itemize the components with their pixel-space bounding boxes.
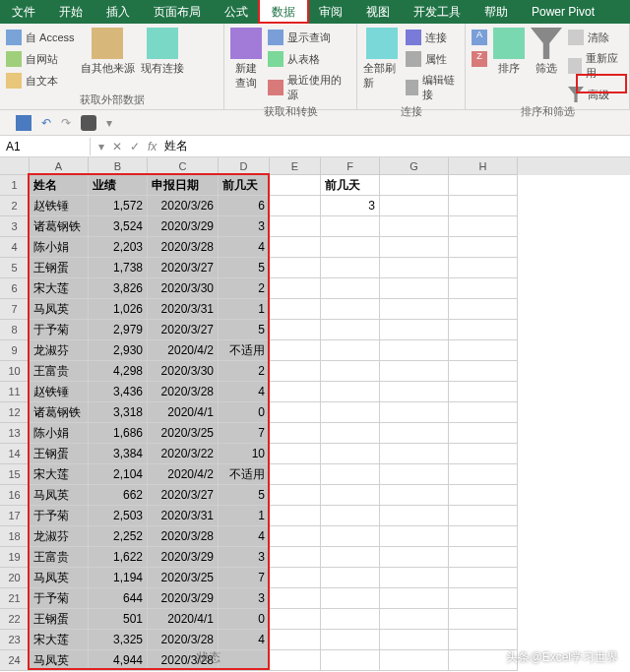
cell[interactable] — [449, 237, 518, 258]
cell[interactable] — [449, 196, 518, 216]
cell[interactable] — [321, 485, 380, 506]
refresh-all-button[interactable]: 全部刷新 — [363, 28, 400, 104]
cell[interactable] — [380, 320, 449, 340]
cell[interactable] — [321, 402, 380, 423]
cell[interactable] — [321, 547, 380, 568]
from-access-button[interactable]: 自 Access — [6, 28, 75, 47]
tab-9[interactable]: 帮助 — [472, 0, 520, 25]
col-head[interactable]: G — [380, 157, 449, 175]
cell[interactable] — [270, 382, 321, 402]
cell[interactable] — [321, 361, 380, 382]
advanced-button[interactable]: 高级 — [568, 85, 623, 104]
show-queries-button[interactable]: 显示查询 — [268, 28, 350, 47]
reapply-button[interactable]: 重新应用 — [568, 49, 623, 83]
cell[interactable] — [321, 320, 380, 340]
row-head[interactable]: 12 — [0, 402, 30, 423]
col-head[interactable]: H — [449, 157, 518, 175]
cell[interactable] — [380, 237, 449, 258]
cancel-icon[interactable]: ✕ — [112, 140, 122, 153]
tab-7[interactable]: 视图 — [354, 0, 402, 25]
row-head[interactable]: 16 — [0, 485, 30, 506]
cell[interactable] — [321, 568, 380, 588]
row-head[interactable]: 24 — [0, 650, 30, 671]
cell[interactable] — [270, 299, 321, 320]
cell[interactable] — [449, 361, 518, 382]
cell[interactable] — [380, 609, 449, 630]
tab-1[interactable]: 开始 — [47, 0, 94, 25]
cell[interactable] — [270, 650, 321, 671]
cell[interactable] — [321, 526, 380, 547]
cell[interactable] — [449, 547, 518, 568]
formula-input[interactable]: 姓名 — [164, 138, 188, 154]
cell[interactable] — [380, 340, 449, 361]
cell[interactable] — [270, 196, 321, 216]
new-query-button[interactable]: 新建 查询 — [230, 28, 262, 104]
row-head[interactable]: 15 — [0, 464, 30, 485]
col-head[interactable]: E — [270, 157, 321, 175]
cell[interactable] — [449, 568, 518, 588]
cell[interactable] — [380, 402, 449, 423]
cell[interactable] — [270, 609, 321, 630]
cell[interactable] — [321, 340, 380, 361]
from-other-button[interactable]: 自其他来源 — [81, 28, 135, 91]
cell[interactable] — [321, 506, 380, 526]
from-web-button[interactable]: 自网站 — [6, 49, 75, 69]
cell[interactable] — [380, 175, 449, 196]
cell[interactable] — [449, 216, 518, 237]
cell[interactable] — [270, 258, 321, 278]
cell[interactable] — [380, 423, 449, 444]
cell[interactable] — [321, 464, 380, 485]
cell[interactable] — [449, 588, 518, 609]
cell[interactable] — [321, 278, 380, 299]
filter-button[interactable]: 筛选 — [531, 28, 562, 104]
from-table-button[interactable]: 从表格 — [268, 49, 350, 69]
save-icon[interactable] — [16, 115, 32, 131]
cell[interactable] — [270, 402, 321, 423]
cell[interactable] — [270, 444, 321, 464]
sort-az-button[interactable]: A — [472, 28, 487, 47]
tab-2[interactable]: 插入 — [94, 0, 142, 25]
cell[interactable] — [380, 547, 449, 568]
cell[interactable] — [270, 216, 321, 237]
undo-icon[interactable]: ↶ — [41, 116, 51, 130]
row-head[interactable]: 14 — [0, 444, 30, 464]
row-head[interactable]: 23 — [0, 630, 30, 650]
cell[interactable] — [380, 196, 449, 216]
row-head[interactable]: 5 — [0, 258, 30, 278]
from-text-button[interactable]: 自文本 — [6, 71, 75, 91]
tab-10[interactable]: Power Pivot — [520, 1, 606, 23]
dropdown-icon[interactable]: ▾ — [106, 116, 112, 130]
recent-button[interactable]: 最近使用的源 — [268, 71, 350, 104]
cell[interactable] — [270, 320, 321, 340]
cell[interactable] — [321, 423, 380, 444]
row-head[interactable]: 20 — [0, 568, 30, 588]
row-head[interactable]: 4 — [0, 237, 30, 258]
cell[interactable] — [321, 630, 380, 650]
cell[interactable]: 前几天 — [321, 175, 380, 196]
cell[interactable] — [321, 444, 380, 464]
tab-8[interactable]: 开发工具 — [402, 0, 472, 25]
tab-0[interactable]: 文件 — [0, 0, 47, 25]
row-head[interactable]: 10 — [0, 361, 30, 382]
cell[interactable] — [380, 216, 449, 237]
cell[interactable] — [449, 402, 518, 423]
cell[interactable] — [321, 258, 380, 278]
confirm-icon[interactable]: ✓ — [130, 140, 140, 153]
cell[interactable] — [449, 382, 518, 402]
row-head[interactable]: 6 — [0, 278, 30, 299]
cell[interactable] — [449, 299, 518, 320]
cell[interactable] — [449, 340, 518, 361]
cell[interactable] — [270, 630, 321, 650]
cell[interactable] — [380, 278, 449, 299]
existing-conn-button[interactable]: 现有连接 — [141, 28, 184, 91]
row-head[interactable]: 18 — [0, 526, 30, 547]
row-head[interactable]: 11 — [0, 382, 30, 402]
cell[interactable] — [270, 340, 321, 361]
row-head[interactable]: 2 — [0, 196, 30, 216]
cell[interactable] — [321, 299, 380, 320]
cell[interactable] — [380, 464, 449, 485]
camera-icon[interactable] — [81, 115, 96, 131]
cell[interactable] — [449, 444, 518, 464]
properties-button[interactable]: 属性 — [406, 49, 459, 69]
cell[interactable] — [270, 506, 321, 526]
